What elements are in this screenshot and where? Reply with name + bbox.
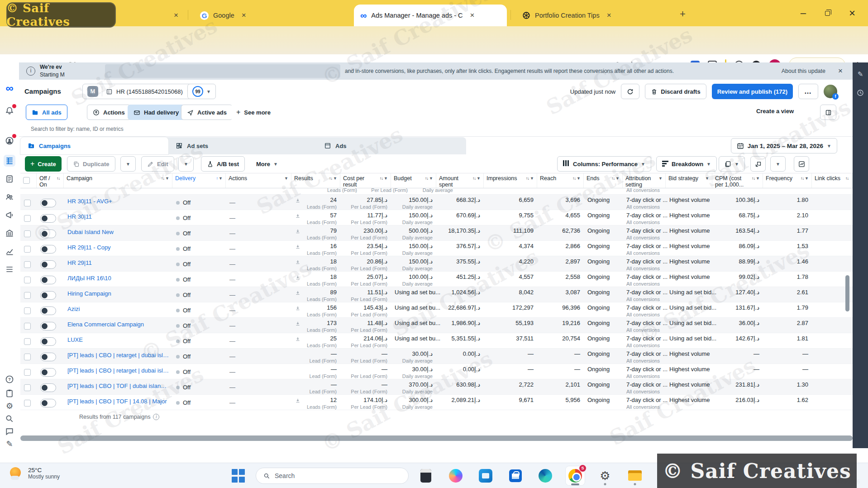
campaign-name-link[interactable]: ЛИДЫ HR 16\10 — [67, 273, 169, 282]
campaign-toggle[interactable] — [40, 199, 56, 207]
campaign-name-link[interactable]: [PT] leads | CBO | retarget | dubai isla… — [67, 366, 169, 374]
campaign-name-link[interactable]: Hiring Campaign — [67, 289, 169, 297]
tab-google[interactable]: G Google × — [194, 5, 343, 26]
account-score[interactable]: 99 ▼ — [187, 84, 216, 99]
edit-rail-icon[interactable]: ✎ — [858, 71, 863, 77]
sort-icon[interactable]: ↑↓ — [57, 176, 60, 181]
reports-button[interactable]: ▼ — [719, 156, 745, 172]
edit-menu-caret[interactable]: ▼ — [178, 156, 194, 172]
campaign-name-link[interactable]: HR 29|11 — [67, 258, 169, 266]
date-range-selector[interactable]: Jan 1, 2025 – Mar 28, 2026 ▼ — [731, 138, 837, 153]
pages-icon[interactable] — [4, 173, 15, 185]
settings-icon[interactable]: ⚙ — [596, 466, 615, 485]
row-checkbox[interactable] — [24, 261, 31, 268]
campaign-toggle[interactable] — [40, 353, 56, 361]
export-menu-caret[interactable]: ▼ — [770, 156, 786, 172]
column-menu-caret[interactable]: ▼ — [284, 176, 288, 181]
campaign-name-link[interactable]: HR 29|11 - Copy — [67, 243, 169, 251]
campaign-toggle[interactable] — [40, 214, 56, 223]
campaign-name-link[interactable]: [PT] leads | CBO | TOF | dubai island | … — [67, 381, 169, 389]
tab-portfolio-tips[interactable]: Portfolio Creation Tips × — [516, 5, 670, 26]
column-header[interactable]: Off / On ↑↓ — [37, 173, 64, 188]
feedback-pencil-icon[interactable]: ✎ — [4, 438, 15, 450]
refresh-button[interactable] — [621, 84, 639, 99]
settings-gear-icon[interactable]: ⚙ — [4, 400, 15, 412]
column-header[interactable]: Results ↑↓ ▼ — [291, 173, 340, 188]
download-leads-icon[interactable] — [295, 290, 300, 296]
column-menu-caret[interactable]: ▼ — [615, 176, 620, 181]
campaign-toggle[interactable] — [40, 368, 56, 377]
column-menu-caret[interactable]: ▼ — [165, 176, 169, 181]
column-header[interactable]: Frequency ↑↓ ▼ — [763, 173, 812, 188]
filter-see-more[interactable]: + See more — [231, 105, 276, 120]
create-view-link[interactable]: Create a view — [756, 108, 794, 115]
new-tab-button[interactable]: + — [680, 8, 686, 20]
sort-icon[interactable]: ↑↓ — [572, 176, 576, 181]
sort-icon[interactable]: ↑↓ — [611, 176, 615, 181]
download-leads-icon[interactable] — [295, 213, 300, 219]
column-header[interactable]: CPM (cost per 1,000... ↑↓ ▼ — [712, 173, 763, 188]
select-all-checkbox[interactable] — [23, 177, 30, 184]
column-header[interactable]: Amount spent ↑↓ ▼ — [436, 173, 484, 188]
campaign-name-link[interactable]: HR 30|11 — [67, 212, 169, 220]
tab-ads-manager[interactable]: ∞ Ads Manager - Manage ads - C × — [354, 5, 507, 26]
campaign-name-link[interactable]: Dubai Island New — [67, 227, 169, 235]
horizontal-scrollbar[interactable] — [20, 435, 853, 441]
campaign-toggle[interactable] — [40, 260, 56, 269]
sort-icon[interactable]: ↑↓ — [752, 176, 755, 181]
column-header[interactable]: Ends ↑↓ ▼ — [584, 173, 623, 188]
vertical-scrollbar[interactable] — [845, 275, 849, 311]
download-leads-icon[interactable] — [295, 244, 300, 249]
column-menu-caret[interactable]: ▼ — [429, 176, 433, 181]
download-leads-icon[interactable] — [295, 259, 300, 265]
row-checkbox[interactable] — [24, 292, 31, 299]
campaign-name-link[interactable]: Azizi — [67, 304, 169, 312]
close-icon[interactable]: × — [849, 7, 855, 19]
copilot-icon[interactable] — [446, 466, 465, 485]
charts-button[interactable] — [794, 156, 809, 172]
account-icon[interactable] — [4, 135, 15, 147]
tab-close-icon[interactable]: × — [607, 11, 611, 20]
row-checkbox[interactable] — [24, 277, 31, 283]
campaign-toggle[interactable] — [40, 399, 56, 407]
sort-icon[interactable]: ↑↓ — [380, 176, 383, 181]
column-header[interactable]: Impressions ↑↓ ▼ — [484, 173, 537, 188]
campaign-toggle[interactable] — [40, 306, 56, 315]
campaign-toggle[interactable] — [40, 230, 56, 238]
row-checkbox[interactable] — [24, 307, 31, 314]
info-icon[interactable]: i — [153, 414, 159, 420]
start-button[interactable] — [232, 469, 245, 483]
column-menu-caret[interactable]: ▼ — [219, 176, 223, 181]
audiences-icon[interactable] — [4, 191, 15, 203]
restore-icon[interactable] — [825, 11, 830, 16]
campaign-name-link[interactable]: Elena Commercial Campaign — [67, 320, 169, 328]
billing-icon[interactable] — [4, 227, 15, 239]
row-checkbox[interactable] — [24, 246, 31, 253]
megaphone-icon[interactable] — [4, 209, 15, 221]
discard-drafts-button[interactable]: Discard drafts — [645, 84, 706, 99]
filter-all-ads[interactable]: All ads — [26, 105, 67, 120]
campaign-toggle[interactable] — [40, 383, 56, 392]
notice-close-icon[interactable]: × — [838, 67, 843, 76]
outlook-icon[interactable] — [476, 466, 495, 485]
column-menu-caret[interactable]: ▼ — [756, 176, 760, 181]
column-menu-caret[interactable]: ▼ — [805, 176, 809, 181]
download-leads-icon[interactable] — [295, 306, 300, 311]
download-leads-icon[interactable] — [295, 275, 300, 280]
column-header[interactable]: Cost per result ↑↓ ▼ — [340, 173, 391, 188]
sort-icon[interactable]: ↑↓ — [472, 176, 476, 181]
filter-active-ads[interactable]: Active ads — [181, 105, 233, 120]
tab-close-icon[interactable]: × — [470, 11, 475, 20]
row-checkbox[interactable] — [24, 400, 31, 407]
ab-test-button[interactable]: A/B test — [201, 156, 245, 172]
column-header[interactable]: Reach ↑↓ ▼ — [537, 173, 584, 188]
row-checkbox[interactable] — [24, 323, 31, 330]
row-checkbox[interactable] — [24, 338, 31, 345]
weather-widget[interactable]: 25°C Mostly sunny — [10, 466, 60, 480]
meta-logo-icon[interactable]: ∞ — [4, 82, 15, 94]
column-header[interactable]: Actions ▼ — [226, 173, 291, 188]
campaign-toggle[interactable] — [40, 245, 56, 254]
row-checkbox[interactable] — [24, 200, 31, 206]
create-button[interactable]: + Create — [25, 156, 62, 172]
column-header[interactable]: Bid strategy ▼ — [666, 173, 712, 188]
